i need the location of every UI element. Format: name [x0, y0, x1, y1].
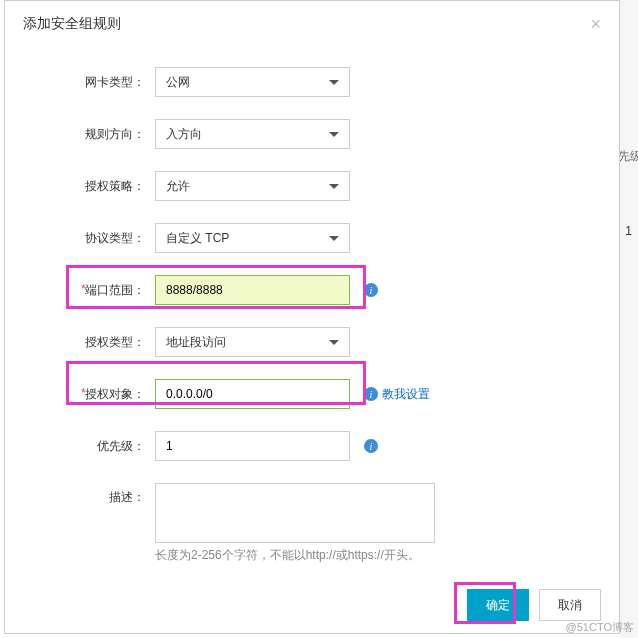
select-protocol[interactable]: 自定义 TCP: [155, 223, 350, 253]
textarea-description[interactable]: [155, 483, 435, 543]
close-icon[interactable]: ×: [590, 15, 601, 33]
bg-column-value: 1: [625, 224, 632, 238]
confirm-button[interactable]: 确定: [467, 589, 529, 621]
background-strip: [620, 0, 638, 638]
label-direction: 规则方向：: [25, 126, 155, 143]
select-auth-type-value: 地址段访问: [166, 334, 226, 351]
label-auth-type: 授权类型：: [25, 334, 155, 351]
cancel-button[interactable]: 取消: [539, 589, 601, 621]
row-direction: 规则方向： 入方向: [25, 119, 599, 149]
select-direction[interactable]: 入方向: [155, 119, 350, 149]
select-nic-type[interactable]: 公网: [155, 67, 350, 97]
label-auth-policy: 授权策略：: [25, 178, 155, 195]
row-auth-object: 授权对象： i 教我设置: [25, 379, 599, 409]
row-port-range: 端口范围： i: [25, 275, 599, 305]
help-link[interactable]: 教我设置: [382, 386, 430, 403]
select-auth-policy[interactable]: 允许: [155, 171, 350, 201]
label-nic-type: 网卡类型：: [25, 74, 155, 91]
row-protocol: 协议类型： 自定义 TCP: [25, 223, 599, 253]
dialog-title: 添加安全组规则: [23, 15, 121, 33]
dialog-footer: 确定 取消: [467, 589, 601, 621]
row-priority: 优先级： i: [25, 431, 599, 461]
select-auth-type[interactable]: 地址段访问: [155, 327, 350, 357]
dialog-body: 网卡类型： 公网 规则方向： 入方向 授权策略： 允许 协议类型： 自定义 TC…: [5, 47, 619, 596]
select-auth-policy-value: 允许: [166, 178, 190, 195]
row-auth-type: 授权类型： 地址段访问: [25, 327, 599, 357]
label-priority: 优先级：: [25, 438, 155, 455]
input-port-range[interactable]: [155, 275, 350, 305]
info-icon[interactable]: i: [364, 439, 378, 453]
row-nic-type: 网卡类型： 公网: [25, 67, 599, 97]
row-description: 描述： 长度为2-256个字符，不能以http://或https://开头。: [25, 483, 599, 564]
dialog-header: 添加安全组规则 ×: [5, 1, 619, 47]
label-protocol: 协议类型：: [25, 230, 155, 247]
label-description: 描述：: [25, 483, 155, 506]
info-icon[interactable]: i: [364, 283, 378, 297]
select-protocol-value: 自定义 TCP: [166, 230, 229, 247]
select-direction-value: 入方向: [166, 126, 202, 143]
input-priority[interactable]: [155, 431, 350, 461]
dialog: 添加安全组规则 × 网卡类型： 公网 规则方向： 入方向 授权策略： 允许 协议…: [4, 0, 620, 634]
row-auth-policy: 授权策略： 允许: [25, 171, 599, 201]
input-auth-object[interactable]: [155, 379, 350, 409]
label-auth-object: 授权对象：: [25, 386, 155, 403]
label-port-range: 端口范围：: [25, 282, 155, 299]
watermark: @51CTO博客: [566, 620, 634, 635]
info-icon[interactable]: i: [364, 387, 378, 401]
select-nic-type-value: 公网: [166, 74, 190, 91]
description-hint: 长度为2-256个字符，不能以http://或https://开头。: [155, 547, 435, 564]
